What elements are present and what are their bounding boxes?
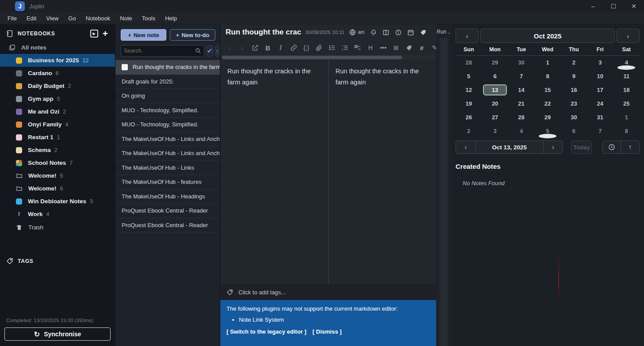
spellcheck-language-label[interactable]: en [358,29,364,35]
calendar-day-4[interactable]: 4 [613,56,640,69]
toggle-completed-todos-button[interactable]: ✔ [207,45,213,57]
calendar-day-28[interactable]: 28 [456,56,482,69]
menu-file[interactable]: File [3,13,22,23]
attach-file-button[interactable] [313,42,326,54]
menu-note[interactable]: Note [115,13,137,23]
note-list-item[interactable]: The MakeUseOf Hub - features [115,175,220,190]
sidebar-item-restart-1[interactable]: Restart 11 [0,131,115,144]
calendar-day-10[interactable]: 10 [587,69,613,83]
calendar-day-24[interactable]: 24 [587,97,613,110]
todo-checkbox[interactable] [122,64,128,70]
minimize-button[interactable]: – [583,0,603,12]
hyperlink-button[interactable] [287,42,300,54]
calendar-day-6[interactable]: 6 [561,124,587,138]
tag-plugin-button[interactable] [402,42,415,54]
calendar-day-22[interactable]: 22 [534,97,560,110]
menu-go[interactable]: Go [63,13,80,23]
clock-icon[interactable] [603,141,621,153]
sidebar-item-daily-budget[interactable]: Daily Budget2 [0,80,115,92]
calendar-day-5[interactable]: 5 [534,124,560,138]
calendar-day-27[interactable]: 27 [482,110,508,124]
calendar-day-29[interactable]: 29 [482,56,508,69]
note-list-item[interactable]: The MakeUseOf Hub - Headings [115,190,220,204]
calendar-day-2[interactable]: 2 [561,56,587,69]
calendar-day-30[interactable]: 30 [508,56,534,69]
calendar-icon[interactable] [407,29,414,36]
calendar-day-11[interactable]: 11 [613,69,640,83]
calendar-day-21[interactable]: 21 [508,97,534,110]
note-title-input[interactable] [226,28,304,37]
calendar-day-17[interactable]: 17 [587,83,613,97]
more-options-button[interactable]: ••• [377,42,390,54]
calendar-day-8[interactable]: 8 [613,124,640,138]
sidebar-item-welcome-[interactable]: Welcome!5 [0,169,115,182]
note-list-item[interactable]: MUO - Technology, Simplified. [115,103,220,118]
sidebar-item-trash[interactable]: Trash [0,221,115,234]
markdown-editor[interactable]: Run thought the cracks in the farm again [220,60,328,284]
inline-code-button[interactable]: {;} [300,42,313,54]
menu-view[interactable]: View [41,13,63,23]
today-button[interactable]: Today [571,141,592,154]
new-notebook-button[interactable]: + [103,30,108,38]
collapsed-panel-bar[interactable] [440,38,448,346]
calendar-day-5[interactable]: 5 [456,69,482,83]
calendar-day-25[interactable]: 25 [613,97,640,110]
search-input[interactable] [124,48,195,54]
info-icon[interactable] [395,29,402,36]
dismiss-link[interactable]: [ Dismiss ] [313,328,342,335]
calendar-day-3[interactable]: 3 [587,56,613,69]
switch-legacy-editor-link[interactable]: [ Switch to the legacy editor ] [226,328,307,335]
calendar-day-6[interactable]: 6 [482,69,508,83]
note-list-item[interactable]: The MakeUseOf Hub - Links and Anchor T [115,146,220,161]
heading-button[interactable]: H [364,42,377,54]
sort-order-button[interactable]: ↑ [215,45,220,57]
calendar-day-13[interactable]: 13 [482,83,508,97]
sidebar-item-win-debloater-notes[interactable]: Win Debloater Notes3 [0,195,115,208]
calendar-day-1[interactable]: 1 [534,56,560,69]
sidebar-item-me-and-ozi[interactable]: Me and Ozi2 [0,105,115,118]
insert-datetime-button[interactable]: ⊞ [390,42,402,54]
forward-button[interactable]: › [236,42,249,54]
menu-tools[interactable]: Tools [137,13,160,23]
calendar-day-31[interactable]: 31 [587,110,613,124]
calendar-day-9[interactable]: 9 [561,69,587,83]
note-list-item[interactable]: The MakeUseOf Hub - Links [115,161,220,175]
close-button[interactable]: ✕ [624,0,644,12]
back-button[interactable]: ‹ [223,42,236,54]
hashtag-plugin-button[interactable]: # [415,42,428,54]
calendar-day-18[interactable]: 18 [613,83,640,97]
bold-button[interactable]: B [261,42,274,54]
scroll-top-button[interactable]: ↑ [621,141,639,153]
calendar-day-7[interactable]: 7 [587,124,613,138]
sidebar-item-school-notes[interactable]: School Notes7 [0,156,115,169]
calendar-day-20[interactable]: 20 [482,97,508,110]
numbered-list-button[interactable]: 12 [338,42,351,54]
tag-bar[interactable]: Click to add tags... [220,284,436,300]
tag-filled-icon[interactable] [420,29,426,36]
sidebar-item-welcome-[interactable]: Welcome!6 [0,182,115,195]
calendar-day-29[interactable]: 29 [534,110,560,124]
sidebar-item-schema[interactable]: Schema2 [0,144,115,156]
new-todo-button[interactable]: + New to-do [170,29,215,41]
calendar-day-19[interactable]: 19 [456,97,482,110]
synchronise-button[interactable]: ↻ Synchronise [4,327,111,341]
sidebar-item-all-notes[interactable]: All notes [0,41,115,54]
calendar-day-16[interactable]: 16 [561,83,587,97]
calendar-day-4[interactable]: 4 [508,124,534,138]
bulleted-list-button[interactable] [326,42,338,54]
sidebar-item-work[interactable]: !Work4 [0,208,115,221]
layout-columns-icon[interactable] [383,29,389,36]
new-note-button[interactable]: + New note [121,29,166,41]
note-list-item[interactable]: ProQuest Ebook Central - Reader [115,218,220,233]
next-month-button[interactable]: › [617,29,640,43]
next-day-button[interactable]: › [543,141,563,153]
calendar-day-15[interactable]: 15 [534,83,560,97]
add-tags-label[interactable]: Click to add tags... [238,289,286,296]
menu-edit[interactable]: Edit [22,13,41,23]
external-edit-button[interactable] [249,42,261,54]
note-list-item[interactable]: On going [115,89,220,103]
sidebar-item-cardano[interactable]: Cardano6 [0,67,115,80]
calendar-day-7[interactable]: 7 [508,69,534,83]
note-list-item[interactable]: ProQuest Ebook Central - Reader [115,204,220,218]
horizontal-scrollbar[interactable] [221,55,435,60]
